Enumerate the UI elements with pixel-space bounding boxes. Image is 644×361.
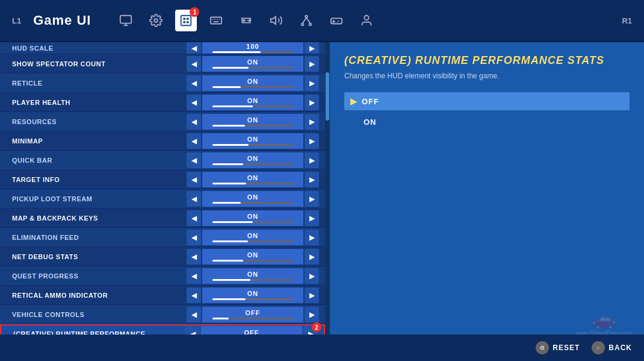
reset-button[interactable]: ⊙ RESET [536, 341, 580, 354]
ctrl-value-box: ON [202, 287, 303, 303]
badge-2: 2 [312, 322, 321, 332]
svg-line-19 [303, 17, 306, 23]
list-item[interactable]: QUEST PROGRESS ◀ ON ▶ [0, 266, 325, 286]
setting-control: ◀ ON ▶ [187, 210, 319, 226]
list-item[interactable]: PICKUP LOOT STREAM ◀ ON ▶ [0, 189, 325, 209]
list-item[interactable]: RETICLE ◀ ON ▶ [0, 74, 325, 93]
svg-point-25 [337, 22, 338, 23]
svg-point-26 [365, 16, 369, 20]
gamepad2-icon[interactable] [326, 10, 347, 31]
setting-control: ◀ ON ▶ [187, 230, 319, 245]
list-item[interactable]: PLAYER HEALTH ◀ ON ▶ [0, 93, 325, 112]
setting-label: MINIMAP [12, 137, 187, 145]
setting-control: ◀ ON ▶ [187, 152, 319, 168]
ctrl-right-arrow[interactable]: ▶ [305, 114, 319, 130]
list-item[interactable]: QUICK BAR ◀ ON ▶ [0, 151, 325, 170]
svg-rect-6 [187, 17, 189, 20]
ctrl-value-box: ON [202, 172, 303, 187]
network-icon[interactable] [296, 10, 317, 31]
ctrl-left-arrow[interactable]: ◀ [187, 152, 201, 168]
ctrl-value-box: OFF [202, 307, 303, 322]
svg-rect-8 [187, 21, 189, 24]
ctrl-right-arrow[interactable]: ▶ [305, 172, 319, 187]
ctrl-left-arrow[interactable]: ◀ [187, 56, 201, 72]
ctrl-right-arrow[interactable]: ▶ [305, 56, 319, 72]
svg-marker-15 [271, 17, 276, 25]
ctrl-left-arrow[interactable]: ◀ [187, 249, 201, 265]
ctrl-value-box: ON [202, 95, 303, 110]
svg-rect-5 [184, 17, 186, 20]
ctrl-right-arrow[interactable]: ▶ [305, 152, 319, 168]
ctrl-right-arrow[interactable]: ▶ [305, 230, 319, 245]
ctrl-right-arrow[interactable]: ▶ [305, 75, 319, 91]
scroll-thumb [326, 72, 329, 121]
gear-icon[interactable] [145, 10, 167, 31]
setting-label: HUD SCALE [12, 45, 187, 52]
ctrl-right-arrow[interactable]: ▶ [305, 287, 319, 303]
back-icon: ○ [592, 341, 605, 354]
ctrl-right-arrow[interactable]: ▶ [305, 268, 319, 284]
ctrl-left-arrow[interactable]: ◀ [187, 230, 201, 245]
ctrl-left-arrow[interactable]: ◀ [187, 307, 201, 322]
setting-label: PLAYER HEALTH [12, 99, 187, 106]
ctrl-right-arrow[interactable]: ▶ [305, 95, 319, 110]
ctrl-left-arrow[interactable]: ◀ [187, 133, 201, 149]
ctrl-right-arrow[interactable]: ▶ [305, 191, 319, 207]
svg-point-16 [306, 16, 308, 18]
ctrl-right-arrow[interactable]: ▶ [305, 307, 319, 322]
ctrl-value-box: ON [202, 114, 303, 130]
setting-label: PICKUP LOOT STREAM [12, 195, 187, 202]
option-on[interactable]: ON [344, 113, 630, 131]
ctrl-value-box: ON [202, 249, 303, 265]
list-item[interactable]: MAP & BACKPACK KEYS ◀ ON ▶ [0, 209, 325, 228]
ctrl-left-arrow[interactable]: ◀ [187, 42, 201, 54]
list-item[interactable]: RETICAL AMMO INDICATOR ◀ ON ▶ [0, 286, 325, 305]
back-button[interactable]: ○ BACK [592, 341, 632, 354]
setting-control: ◀ ON ▶ [187, 191, 319, 207]
monitor-icon[interactable] [115, 10, 137, 31]
ctrl-left-arrow[interactable]: ◀ [187, 210, 201, 226]
ctrl-right-arrow[interactable]: ▶ [305, 42, 319, 54]
watermark: 🚗 www.DriverEasy.com [575, 307, 632, 337]
ctrl-left-arrow[interactable]: ◀ [187, 75, 201, 91]
badge-1: 1 [190, 7, 199, 17]
ctrl-value-box: ON [202, 152, 303, 168]
controller-icon[interactable] [235, 10, 257, 31]
list-item[interactable]: VEHICLE CONTROLS ◀ OFF ▶ [0, 305, 325, 324]
ctrl-left-arrow[interactable]: ◀ [187, 191, 201, 207]
info-subtitle: Changes the HUD element visibility in th… [344, 72, 630, 80]
scrollbar[interactable] [325, 42, 330, 361]
info-panel: (CREATIVE) RUNTIME PERFORMANCE STATS Cha… [330, 42, 644, 361]
option-off[interactable]: ▶ OFF [344, 92, 630, 110]
ctrl-left-arrow[interactable]: ◀ [187, 114, 201, 130]
ctrl-left-arrow[interactable]: ◀ [187, 268, 201, 284]
selected-arrow: ▶ [350, 96, 357, 106]
audio-icon[interactable] [265, 10, 287, 31]
keyboard-icon[interactable] [205, 10, 227, 31]
list-item[interactable]: ELIMINATION FEED ◀ ON ▶ [0, 228, 325, 247]
ctrl-left-arrow[interactable]: ◀ [187, 287, 201, 303]
list-item[interactable]: NET DEBUG STATS ◀ ON ▶ [0, 247, 325, 266]
header: L1 Game UI 1 [0, 0, 644, 42]
setting-label: QUEST PROGRESS [12, 272, 187, 280]
nav-icons-bar: 1 [115, 10, 377, 31]
ctrl-right-arrow[interactable]: ▶ [305, 133, 319, 149]
ctrl-left-arrow[interactable]: ◀ [187, 95, 201, 110]
ctrl-right-arrow[interactable]: ▶ [305, 210, 319, 226]
setting-label: QUICK BAR [12, 157, 187, 164]
ctrl-left-arrow[interactable]: ◀ [187, 172, 201, 187]
list-item[interactable]: SHOW SPECTATOR COUNT ◀ ON ▶ [0, 54, 325, 74]
reset-label: RESET [553, 344, 580, 352]
list-item[interactable]: MINIMAP ◀ ON ▶ [0, 131, 325, 151]
list-item[interactable]: RESOURCES ◀ ON ▶ [0, 112, 325, 131]
reset-icon: ⊙ [536, 341, 549, 354]
ctrl-right-arrow[interactable]: ▶ [305, 249, 319, 265]
svg-rect-4 [181, 16, 191, 26]
user-icon[interactable] [356, 10, 377, 31]
ctrl-value-box: ON [202, 133, 303, 149]
gameui-icon[interactable]: 1 [175, 10, 197, 31]
list-item[interactable]: HUD SCALE ◀ 100 ▶ [0, 42, 325, 54]
list-item[interactable]: TARGET INFO ◀ ON ▶ [0, 170, 325, 189]
footer: ⊙ RESET ○ BACK [0, 334, 644, 361]
setting-control: ◀ OFF ▶ [187, 307, 319, 322]
